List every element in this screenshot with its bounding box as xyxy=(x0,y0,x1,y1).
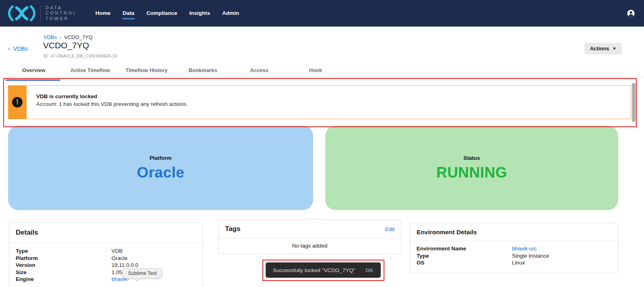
tab-timeflow-history[interactable]: Timeflow History xyxy=(118,66,175,77)
nav-item-insights[interactable]: Insights xyxy=(189,8,211,19)
tab-hook[interactable]: Hook xyxy=(287,66,344,77)
vertical-scrollbar-thumb[interactable] xyxy=(632,83,636,122)
tabs-bottom-border xyxy=(0,77,644,77)
details-platform-label: Platform xyxy=(16,255,111,262)
tab-bookmarks[interactable]: Bookmarks xyxy=(175,66,231,77)
env-name-label: Environment Name xyxy=(417,245,512,252)
tags-card-header: Tags Edit xyxy=(219,220,401,238)
brand-line: TOWER xyxy=(45,16,77,22)
environment-rows: Environment Name bhavik-src Type Single … xyxy=(410,241,618,270)
platform-card-label: Platform xyxy=(150,155,172,161)
os-app-tooltip: Sublime Text xyxy=(122,268,162,279)
brand-line: CONTROL xyxy=(45,10,77,16)
breadcrumb-separator-icon: › xyxy=(60,35,61,40)
details-card-title: Details xyxy=(9,223,202,242)
tags-card-title: Tags xyxy=(225,225,240,233)
alert-orange-strip: ! xyxy=(8,85,27,119)
platform-summary-card: Platform Oracle xyxy=(8,126,313,210)
alert-title: VDB is currently locked xyxy=(36,93,631,100)
nav-item-data[interactable]: Data xyxy=(122,8,135,19)
details-type-label: Type xyxy=(16,248,111,255)
brand-wordmark: DATA CONTROL TOWER xyxy=(45,5,77,22)
alert-message: Account: 1 has locked this VDB preventin… xyxy=(36,100,631,108)
details-rows: Type VDB Platform Oracle Version 19.11.0… xyxy=(9,243,202,287)
table-row: Version 19.11.0.0.0 xyxy=(16,262,196,269)
breadcrumb: VDBs›VCDO_7YQ xyxy=(43,34,93,40)
details-card: Details Type VDB Platform Oracle Version… xyxy=(9,222,203,287)
brand-divider xyxy=(40,5,41,22)
breadcrumb-vdbs-link[interactable]: VDBs xyxy=(43,34,57,40)
tags-card: Tags Edit No tags added xyxy=(218,219,401,254)
env-type-value: Single Instance xyxy=(512,252,549,260)
table-row: Engine bhavik- xyxy=(16,276,196,283)
table-row: Environment Name bhavik-src xyxy=(417,245,611,252)
table-row: Size 1.05GB xyxy=(16,269,196,276)
caret-down-icon: ▼ xyxy=(612,46,616,51)
details-type-value: VDB xyxy=(111,248,123,255)
tab-active-timeflow[interactable]: Active Timeflow xyxy=(62,66,118,77)
table-row: Type Single Instance xyxy=(417,252,611,260)
table-row: OS Linux xyxy=(417,259,611,266)
user-account-icon[interactable] xyxy=(627,9,635,18)
app-window: DATA CONTROL TOWER Home Data Compliance … xyxy=(0,0,644,287)
details-version-label: Version xyxy=(16,262,111,269)
tags-edit-link[interactable]: Edit xyxy=(385,226,394,232)
env-os-value: Linux xyxy=(512,259,525,266)
toast-ok-button[interactable]: OK xyxy=(365,267,381,273)
env-type-label: Type xyxy=(417,252,512,260)
details-platform-value: Oracle xyxy=(111,255,128,262)
dct-infinity-logo-icon xyxy=(6,4,37,22)
nav-item-compliance[interactable]: Compliance xyxy=(146,8,178,19)
back-link-label: VDBs xyxy=(13,45,28,52)
table-row: Type VDB xyxy=(16,248,196,255)
vdb-id-label: ID: 47-ORACLE_DB_CONTAINER-16 xyxy=(43,54,117,58)
page-title: VCDO_7YQ xyxy=(43,41,89,50)
locked-success-toast: Successfully locked "VCDO_7YQ" OK xyxy=(266,262,381,278)
toast-message: Successfully locked "VCDO_7YQ" xyxy=(266,267,365,273)
actions-button-label: Actions xyxy=(590,45,609,52)
env-name-link[interactable]: bhavik-src xyxy=(512,245,537,252)
alert-body: VDB is currently locked Account: 1 has l… xyxy=(27,85,631,119)
nav-item-admin[interactable]: Admin xyxy=(222,8,239,19)
details-version-value: 19.11.0.0.0 xyxy=(111,262,138,269)
nav-item-home[interactable]: Home xyxy=(95,8,111,19)
brand-logo[interactable]: DATA CONTROL TOWER xyxy=(6,4,77,22)
environment-details-card: Environment Details Environment Name bha… xyxy=(410,223,618,273)
chevron-left-icon: ‹ xyxy=(8,45,10,52)
top-navbar: DATA CONTROL TOWER Home Data Compliance … xyxy=(0,0,644,27)
actions-button[interactable]: Actions ▼ xyxy=(584,43,622,54)
status-card-value: RUNNING xyxy=(436,164,507,181)
brand-line: DATA xyxy=(45,5,77,11)
back-to-vdbs-link[interactable]: ‹VDBs xyxy=(8,45,28,52)
vdb-locked-alert: ! VDB is currently locked Account: 1 has… xyxy=(8,85,631,119)
tags-empty-text: No tags added xyxy=(219,238,401,249)
tab-bar: Overview Active Timeflow Timeflow Histor… xyxy=(6,66,344,77)
platform-card-value: Oracle xyxy=(137,164,184,181)
details-size-label: Size xyxy=(16,269,111,276)
environment-card-title: Environment Details xyxy=(410,223,618,241)
tab-access[interactable]: Access xyxy=(231,66,287,77)
status-card-label: Status xyxy=(463,155,480,161)
breadcrumb-current: VCDO_7YQ xyxy=(64,34,93,40)
exclamation-circle-icon: ! xyxy=(12,97,23,107)
tab-overview[interactable]: Overview xyxy=(6,66,62,77)
status-summary-card: Status RUNNING xyxy=(325,126,618,210)
env-os-label: OS xyxy=(417,259,512,266)
details-engine-label: Engine xyxy=(16,276,111,283)
table-row: Platform Oracle xyxy=(16,255,196,262)
main-nav: Home Data Compliance Insights Admin xyxy=(95,0,239,27)
